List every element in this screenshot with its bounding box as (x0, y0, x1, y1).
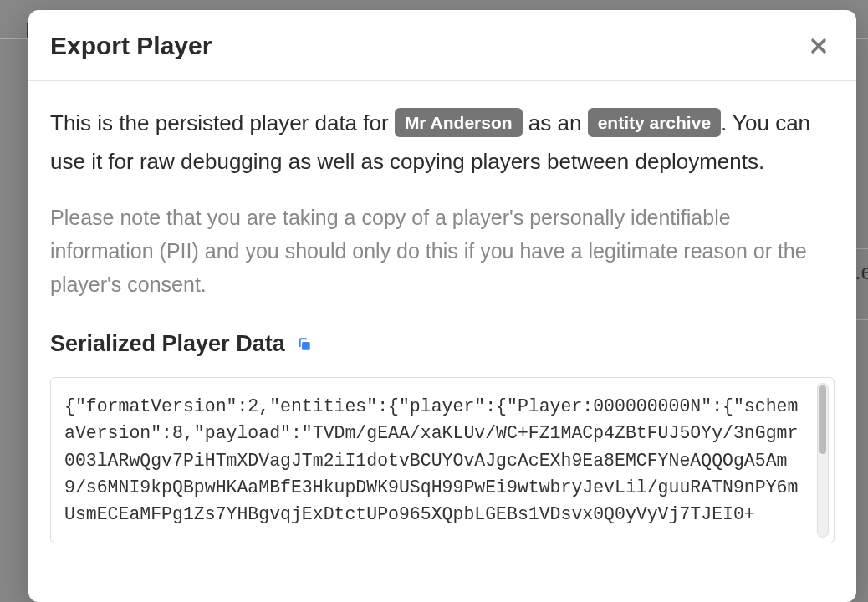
serialized-data-content[interactable]: {"formatVersion":2,"entities":{"player":… (64, 393, 820, 528)
description-text: as an (523, 110, 588, 135)
export-player-modal: Export Player This is the persisted play… (28, 10, 856, 602)
export-description: This is the persisted player data for Mr… (50, 105, 835, 181)
close-icon (809, 36, 829, 56)
entity-archive-badge: entity archive (588, 108, 721, 137)
copy-icon (297, 337, 312, 352)
player-name-badge: Mr Anderson (395, 108, 523, 137)
modal-body: This is the persisted player data for Mr… (28, 81, 856, 602)
scrollbar-thumb[interactable] (819, 385, 826, 454)
modal-title: Export Player (50, 32, 212, 60)
svg-rect-2 (302, 342, 310, 350)
background-divider (856, 319, 868, 320)
scrollbar-track[interactable] (817, 383, 829, 538)
close-button[interactable] (806, 33, 831, 59)
section-header: Serialized Player Data (50, 331, 835, 357)
serialized-data-title: Serialized Player Data (50, 331, 285, 357)
modal-header: Export Player (28, 10, 856, 81)
background-divider (856, 248, 868, 249)
serialized-data-box[interactable]: {"formatVersion":2,"entities":{"player":… (50, 377, 835, 543)
description-text: This is the persisted player data for (50, 110, 395, 135)
copy-button[interactable] (297, 337, 312, 352)
pii-warning-note: Please note that you are taking a copy o… (50, 201, 835, 301)
background-text-fragment: .e (855, 259, 868, 285)
